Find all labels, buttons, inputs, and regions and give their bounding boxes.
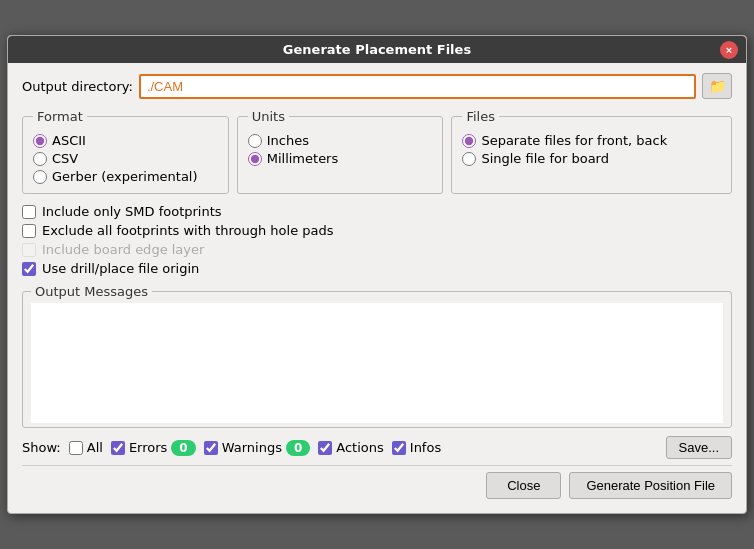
- through-hole-checkbox[interactable]: [22, 224, 36, 238]
- units-inches-option: Inches: [248, 133, 433, 148]
- show-errors-item: Errors 0: [111, 440, 196, 456]
- files-single-radio[interactable]: [462, 152, 476, 166]
- smd-footprints-checkbox[interactable]: [22, 205, 36, 219]
- options-groups-row: Format ASCII CSV Gerber (experimental) U…: [22, 109, 732, 194]
- format-group: Format ASCII CSV Gerber (experimental): [22, 109, 229, 194]
- show-errors-label: Errors: [129, 440, 167, 455]
- show-actions-item: Actions: [318, 440, 384, 455]
- output-messages-legend: Output Messages: [31, 284, 152, 299]
- format-gerber-option: Gerber (experimental): [33, 169, 218, 184]
- format-csv-radio[interactable]: [33, 152, 47, 166]
- show-warnings-checkbox[interactable]: [204, 441, 218, 455]
- output-dir-label: Output directory:: [22, 79, 133, 94]
- through-hole-label: Exclude all footprints with through hole…: [42, 223, 334, 238]
- format-gerber-label: Gerber (experimental): [52, 169, 198, 184]
- drill-origin-row: Use drill/place file origin: [22, 261, 732, 276]
- files-legend: Files: [462, 109, 499, 124]
- show-warnings-label: Warnings: [222, 440, 282, 455]
- generate-button[interactable]: Generate Position File: [569, 472, 732, 499]
- output-dir-input[interactable]: [139, 74, 696, 99]
- through-hole-row: Exclude all footprints with through hole…: [22, 223, 732, 238]
- board-edge-row: Include board edge layer: [22, 242, 732, 257]
- format-csv-label: CSV: [52, 151, 78, 166]
- generate-placement-dialog: Generate Placement Files × Output direct…: [7, 35, 747, 514]
- close-button[interactable]: Close: [486, 472, 561, 499]
- warnings-badge: 0: [286, 440, 310, 456]
- board-edge-checkbox[interactable]: [22, 243, 36, 257]
- show-infos-label: Infos: [410, 440, 441, 455]
- units-inches-radio[interactable]: [248, 134, 262, 148]
- drill-origin-label: Use drill/place file origin: [42, 261, 199, 276]
- checkboxes-section: Include only SMD footprints Exclude all …: [22, 204, 732, 276]
- units-mm-label: Millimeters: [267, 151, 339, 166]
- show-warnings-item: Warnings 0: [204, 440, 311, 456]
- units-group: Units Inches Millimeters: [237, 109, 444, 194]
- show-all-label: All: [87, 440, 103, 455]
- messages-area: [31, 303, 723, 423]
- files-single-option: Single file for board: [462, 151, 721, 166]
- show-actions-label: Actions: [336, 440, 384, 455]
- format-ascii-label: ASCII: [52, 133, 86, 148]
- format-ascii-option: ASCII: [33, 133, 218, 148]
- output-dir-row: Output directory: 📁: [22, 73, 732, 99]
- format-ascii-radio[interactable]: [33, 134, 47, 148]
- units-mm-radio[interactable]: [248, 152, 262, 166]
- format-gerber-radio[interactable]: [33, 170, 47, 184]
- close-icon-button[interactable]: ×: [720, 41, 738, 59]
- bottom-buttons: Close Generate Position File: [22, 465, 732, 503]
- drill-origin-checkbox[interactable]: [22, 262, 36, 276]
- show-label: Show:: [22, 440, 61, 455]
- smd-footprints-label: Include only SMD footprints: [42, 204, 222, 219]
- show-infos-checkbox[interactable]: [392, 441, 406, 455]
- files-separate-radio[interactable]: [462, 134, 476, 148]
- show-infos-item: Infos: [392, 440, 441, 455]
- units-inches-label: Inches: [267, 133, 309, 148]
- files-single-label: Single file for board: [481, 151, 609, 166]
- show-actions-checkbox[interactable]: [318, 441, 332, 455]
- format-legend: Format: [33, 109, 87, 124]
- folder-browse-button[interactable]: 📁: [702, 73, 732, 99]
- files-group: Files Separate files for front, back Sin…: [451, 109, 732, 194]
- output-messages-group: Output Messages: [22, 284, 732, 428]
- files-separate-option: Separate files for front, back: [462, 133, 721, 148]
- show-all-item: All: [69, 440, 103, 455]
- show-row: Show: All Errors 0 Warnings 0 Actions: [22, 436, 732, 459]
- board-edge-label: Include board edge layer: [42, 242, 204, 257]
- save-button[interactable]: Save...: [666, 436, 732, 459]
- files-separate-label: Separate files for front, back: [481, 133, 667, 148]
- dialog-content: Output directory: 📁 Format ASCII CSV: [8, 63, 746, 513]
- errors-badge: 0: [171, 440, 195, 456]
- units-mm-option: Millimeters: [248, 151, 433, 166]
- format-csv-option: CSV: [33, 151, 218, 166]
- show-errors-checkbox[interactable]: [111, 441, 125, 455]
- folder-icon: 📁: [709, 78, 726, 94]
- show-all-checkbox[interactable]: [69, 441, 83, 455]
- title-bar: Generate Placement Files ×: [8, 36, 746, 63]
- units-legend: Units: [248, 109, 289, 124]
- smd-footprints-row: Include only SMD footprints: [22, 204, 732, 219]
- dialog-title: Generate Placement Files: [283, 42, 471, 57]
